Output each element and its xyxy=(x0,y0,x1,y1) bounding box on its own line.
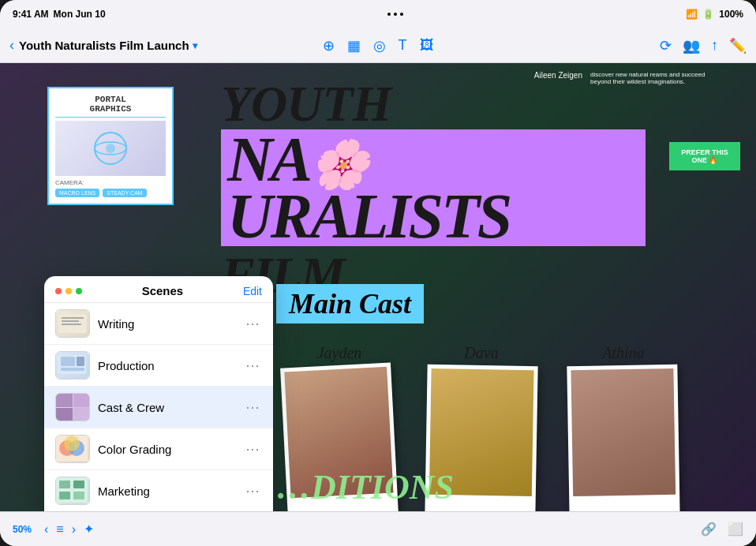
svg-rect-6 xyxy=(62,323,81,325)
svg-rect-5 xyxy=(62,320,79,322)
scene-item-writing[interactable]: Writing ⋯ xyxy=(44,303,273,345)
arrange-icon[interactable]: 🔗 xyxy=(701,522,717,537)
thumb-color-bg xyxy=(56,436,89,462)
zoom-level[interactable]: 50% xyxy=(13,524,32,535)
battery-level: 100% xyxy=(719,9,743,20)
film-title-naturalists-wrap: NA🌸URALISTS xyxy=(221,129,646,246)
status-date: Mon Jun 10 xyxy=(54,9,106,20)
export-icon[interactable]: ↑ xyxy=(711,37,718,54)
nav-prev-button[interactable]: ‹ xyxy=(44,522,48,537)
scenes-dot-red xyxy=(55,288,62,294)
steady-cam: STEADY CAM xyxy=(103,189,146,197)
scenes-dot-yellow xyxy=(65,288,72,294)
toolbar-left: ‹ Youth Naturalists Film Launch ▾ xyxy=(9,37,316,54)
svg-rect-16 xyxy=(59,481,70,488)
scene-item-cast-crew[interactable]: Cast & Crew ⋯ xyxy=(44,387,273,428)
scene-name-marketing: Marketing xyxy=(98,484,235,498)
scenes-dots xyxy=(55,288,82,294)
main-content: PORTALGRAPHICS CAMERA: MACRO LENS STEADY… xyxy=(0,63,756,511)
status-dot-2 xyxy=(394,13,397,16)
thumb-production-bg xyxy=(56,352,89,379)
svg-point-2 xyxy=(106,144,115,153)
macro-lens: MACRO LENS xyxy=(55,189,99,197)
edit-icon[interactable]: ✏️ xyxy=(729,37,747,54)
scene-thumb-writing xyxy=(55,309,90,338)
scene-more-marketing[interactable]: ⋯ xyxy=(243,481,262,500)
scenes-edit-button[interactable]: Edit xyxy=(243,285,262,297)
film-title-area: YOUTH NA🌸URALISTS FILM xyxy=(221,79,646,305)
nav-star-button[interactable]: ✦ xyxy=(84,522,94,537)
scene-item-marketing[interactable]: Marketing ⋯ xyxy=(44,470,273,511)
card-title: PORTALGRAPHICS xyxy=(55,95,166,118)
author-name: Aileen Zeigen xyxy=(534,71,582,80)
scene-more-writing[interactable]: ⋯ xyxy=(243,314,262,333)
scenes-panel: Scenes Edit Writing ⋯ xyxy=(44,276,273,511)
text-icon[interactable]: T xyxy=(399,37,407,54)
scene-more-color-grading[interactable]: ⋯ xyxy=(243,439,262,458)
status-bar-right: 📶 🔋 100% xyxy=(686,9,743,20)
toolbar-right: ⟳ 👥 ↑ ✏️ xyxy=(440,37,747,54)
thumb-marketing-bg xyxy=(56,477,89,504)
scene-item-production[interactable]: Production ⋯ xyxy=(44,345,273,387)
scene-thumb-marketing xyxy=(55,477,90,505)
project-title-chevron: ▾ xyxy=(193,40,197,51)
storyboard-card: PORTALGRAPHICS CAMERA: MACRO LENS STEADY… xyxy=(47,87,174,205)
svg-rect-9 xyxy=(77,357,84,366)
scene-thumb-production xyxy=(55,351,90,380)
author-description: discover new natural reams and succeed b… xyxy=(590,71,709,85)
top-toolbar: ‹ Youth Naturalists Film Launch ▾ ⊕ ▦ ◎ … xyxy=(0,28,756,63)
back-button[interactable]: ‹ xyxy=(9,37,14,54)
svg-point-14 xyxy=(64,436,80,451)
auditions-partial: …DITIONS xyxy=(276,468,454,507)
nav-list-button[interactable]: ≡ xyxy=(56,522,63,537)
battery-icon: 🔋 xyxy=(702,9,714,20)
share-users-icon[interactable]: 👥 xyxy=(683,37,700,54)
table-icon[interactable]: ▦ xyxy=(347,37,361,54)
svg-rect-10 xyxy=(61,368,84,371)
cast-signature-2: Dava xyxy=(418,344,545,362)
scene-name-writing: Writing xyxy=(98,317,235,331)
nav-next-button[interactable]: › xyxy=(72,522,76,537)
svg-rect-18 xyxy=(59,492,70,499)
svg-rect-4 xyxy=(62,317,84,319)
status-dot-3 xyxy=(400,13,403,16)
scene-more-cast-crew[interactable]: ⋯ xyxy=(243,398,262,417)
thumb-cast-bg xyxy=(56,394,89,421)
card-image xyxy=(55,121,166,176)
film-title-youth: YOUTH xyxy=(221,79,646,129)
lens-options: MACRO LENS STEADY CAM xyxy=(55,189,166,197)
cast-member-3: Athina SONIA BRIZZOLARI (SHE / HER) xyxy=(560,344,687,511)
cast-photo-3 xyxy=(571,368,676,496)
scenes-panel-title: Scenes xyxy=(82,284,243,297)
status-dot-1 xyxy=(387,13,391,16)
film-title-naturalists: NA🌸URALISTS xyxy=(227,131,639,245)
cast-signature-3: Athina xyxy=(560,344,687,362)
svg-rect-8 xyxy=(61,357,75,366)
scene-more-production[interactable]: ⋯ xyxy=(243,356,262,375)
svg-rect-19 xyxy=(73,492,84,499)
media-icon[interactable]: ◎ xyxy=(373,37,386,54)
wifi-icon: 📶 xyxy=(686,9,698,20)
status-bar-left: 9:41 AM Mon Jun 10 xyxy=(13,9,106,20)
cast-signature-1: Jayden xyxy=(276,344,402,362)
fullscreen-icon[interactable]: ⬜ xyxy=(728,522,743,537)
cast-polaroid-3 xyxy=(567,365,679,511)
scene-thumb-cast xyxy=(55,393,90,421)
scenes-header: Scenes Edit xyxy=(44,276,273,303)
sticky-note: PREFER THIS ONE 🔥 xyxy=(669,142,740,170)
scene-item-color-grading[interactable]: Color Grading ⋯ xyxy=(44,428,273,470)
scene-name-cast-crew: Cast & Crew xyxy=(98,401,235,414)
project-title-container[interactable]: Youth Naturalists Film Launch ▾ xyxy=(19,39,197,52)
thumb-writing-bg xyxy=(56,310,89,337)
status-bar: 9:41 AM Mon Jun 10 📶 🔋 100% xyxy=(0,0,756,28)
ipad-frame: 9:41 AM Mon Jun 10 📶 🔋 100% ‹ Youth Natu… xyxy=(0,0,756,546)
scene-name-color-grading: Color Grading xyxy=(98,443,235,456)
status-time: 9:41 AM xyxy=(13,9,49,20)
bottom-right-icons: 🔗 ⬜ xyxy=(701,522,743,537)
search-icon[interactable]: ⟳ xyxy=(660,37,672,54)
add-shape-icon[interactable]: ⊕ xyxy=(323,37,335,54)
scene-name-production: Production xyxy=(98,359,235,372)
image-icon[interactable]: 🖼 xyxy=(420,37,434,54)
bottom-bar: 50% ‹ ≡ › ✦ 🔗 ⬜ xyxy=(0,511,756,546)
scenes-dot-green xyxy=(76,288,82,294)
